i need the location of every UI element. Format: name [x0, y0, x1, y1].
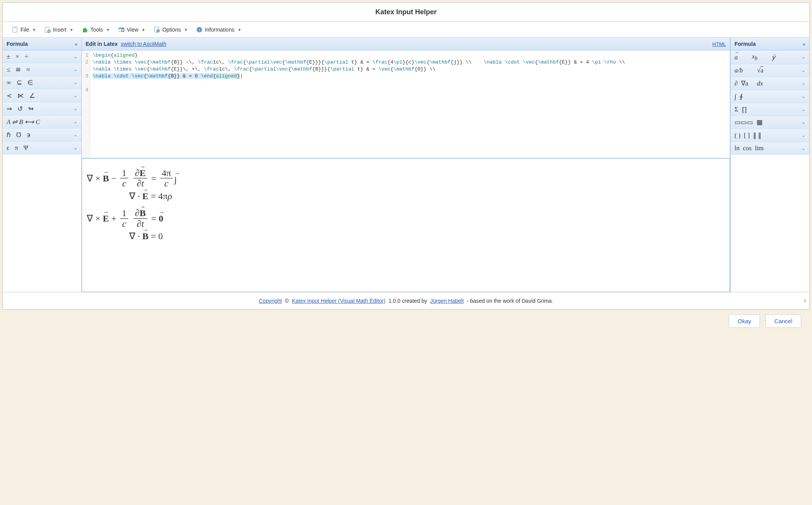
caret-icon: ▼	[106, 28, 110, 32]
symbol-category-row[interactable]: ℏ℧϶⌄	[3, 129, 81, 142]
chevron-down-icon: ⌄	[74, 106, 77, 112]
file-icon	[12, 27, 18, 33]
symbol-category-row[interactable]: A ⇌ B ⟷ C⌄	[3, 116, 81, 129]
symbol-category-row[interactable]: a/b √a⌄	[731, 64, 809, 77]
center-panel: Edit in Latex switch to AsciiMath HTML 1…	[82, 38, 730, 292]
dialog-button-row: Okay Cancel	[2, 310, 810, 329]
info-icon: i	[196, 27, 202, 33]
symbol-category-row[interactable]: ⇒↺↬⌄	[3, 102, 81, 116]
caret-icon: ▼	[32, 28, 36, 32]
symbol-category-row[interactable]: επΨ⌄	[3, 142, 81, 154]
svg-point-10	[158, 30, 159, 32]
left-panel-title: Formula	[7, 41, 28, 47]
menu-tools[interactable]: Tools ▼	[79, 25, 113, 34]
menu-informations-label: Informations	[205, 27, 234, 33]
ok-button[interactable]: Okay	[729, 314, 760, 328]
chevron-down-icon: ⌄	[802, 119, 805, 125]
chevron-down-icon: ⌄	[802, 107, 805, 112]
chevron-down-icon: ⌄	[802, 54, 805, 60]
menu-options[interactable]: Options ▼	[151, 25, 191, 34]
caret-icon: ▼	[69, 28, 73, 32]
center-panel-title: Edit in Latex	[86, 41, 118, 47]
caret-icon: ▼	[184, 28, 188, 32]
left-symbol-list: ±×÷⌄≤≅≈⌄∞⊆∈⌄≺⋉∠⌄⇒↺↬⌄A ⇌ B ⟷ C⌄ℏ℧϶⌄επΨ⌄	[3, 50, 81, 292]
symbol-category-row[interactable]: Σ ∏⌄	[731, 103, 809, 116]
symbol-category-row[interactable]: ≤≅≈⌄	[3, 63, 81, 76]
version-text: 1.0.0 created by	[388, 298, 427, 304]
menu-file[interactable]: File ▼	[9, 25, 39, 34]
content-area: Formula « ±×÷⌄≤≅≈⌄∞⊆∈⌄≺⋉∠⌄⇒↺↬⌄A ⇌ B ⟷ C⌄…	[3, 38, 809, 292]
view-icon	[118, 27, 125, 33]
right-symbol-list: a xb ẏ⌄a/b √a⌄∂ ∇a dx⌄∫ ∮⌄Σ ∏⌄▭▭▭ ▦⌄( ) …	[731, 50, 809, 292]
chevron-down-icon: ⌄	[74, 145, 77, 151]
resize-handle-icon[interactable]: ⇕	[803, 298, 807, 304]
chevron-down-icon: ⌄	[74, 80, 77, 86]
copyright-link[interactable]: Copyright	[259, 298, 282, 304]
svg-rect-5	[119, 28, 124, 29]
code-editor[interactable]: 1234 \begin{aligned}\nabla \times \vec{\…	[82, 50, 730, 158]
puzzle-icon	[82, 27, 88, 33]
right-panel-title: Formula	[735, 41, 756, 47]
chevron-down-icon: ⌄	[802, 81, 805, 86]
editor-gutter: 1234	[82, 50, 90, 158]
symbol-category-row[interactable]: a xb ẏ⌄	[731, 50, 809, 64]
options-icon	[154, 27, 160, 33]
menu-insert-label: Insert	[53, 27, 66, 33]
menu-options-label: Options	[162, 27, 181, 33]
menubar: File ▼ Insert ▼ Tools ▼ View ▼ Options ▼…	[3, 22, 809, 38]
symbol-category-row[interactable]: ±×÷⌄	[3, 50, 81, 63]
menu-view[interactable]: View ▼	[115, 25, 148, 34]
caret-icon: ▼	[142, 28, 145, 32]
left-formula-panel: Formula « ±×÷⌄≤≅≈⌄∞⊆∈⌄≺⋉∠⌄⇒↺↬⌄A ⇌ B ⟷ C⌄…	[3, 38, 82, 292]
switch-asciimath-link[interactable]: switch to AsciiMath	[121, 41, 166, 47]
copyright-symbol: ©	[285, 298, 289, 304]
menu-view-label: View	[127, 27, 138, 33]
footer-tail: - based on the work of David Grima.	[467, 298, 553, 304]
menu-tools-label: Tools	[90, 27, 103, 33]
app-name-link[interactable]: Katex Input Helper (Visual Math Editor)	[292, 298, 386, 304]
symbol-category-row[interactable]: ▭▭▭ ▦⌄	[731, 116, 809, 129]
chevron-down-icon: ⌄	[74, 119, 77, 125]
symbol-category-row[interactable]: ∂ ∇a dx⌄	[731, 77, 809, 90]
footer: Copyright © Katex Input Helper (Visual M…	[3, 292, 809, 309]
chevron-down-icon: ⌄	[74, 93, 77, 99]
window-title: Katex Input Helper	[3, 3, 809, 22]
menu-insert[interactable]: Insert ▼	[41, 25, 76, 34]
symbol-category-row[interactable]: ≺⋉∠⌄	[3, 89, 81, 102]
collapse-right-icon[interactable]: »	[803, 41, 805, 47]
formula-preview: ∇ × B − 1c ∂E∂t = 4πc j ∇ · E = 4πρ ∇ × …	[82, 158, 730, 292]
svg-text:i: i	[199, 27, 200, 32]
chevron-down-icon: ⌄	[802, 94, 805, 99]
symbol-category-row[interactable]: ln cos lim⌄	[731, 142, 809, 155]
menu-file-label: File	[20, 27, 29, 33]
author-link[interactable]: Jürgen Habelt	[430, 298, 464, 304]
symbol-category-row[interactable]: ( ) [ ] ‖ ‖⌄	[731, 129, 809, 142]
chevron-down-icon: ⌄	[74, 54, 77, 60]
symbol-category-row[interactable]: ∫ ∮⌄	[731, 90, 809, 103]
menu-informations[interactable]: i Informations ▼	[193, 25, 244, 34]
chevron-down-icon: ⌄	[802, 133, 805, 138]
chevron-down-icon: ⌄	[74, 132, 77, 138]
svg-rect-1	[13, 27, 17, 28]
cancel-button[interactable]: Cancel	[765, 314, 801, 328]
chevron-down-icon: ⌄	[802, 68, 805, 74]
symbol-category-row[interactable]: ∞⊆∈⌄	[3, 76, 81, 89]
chevron-down-icon: ⌄	[802, 146, 805, 151]
collapse-left-icon[interactable]: «	[75, 41, 77, 47]
right-formula-panel: Formula » a xb ẏ⌄a/b √a⌄∂ ∇a dx⌄∫ ∮⌄Σ ∏⌄…	[730, 38, 809, 292]
editor-code[interactable]: \begin{aligned}\nabla \times \vec{\mathb…	[90, 50, 730, 158]
html-link[interactable]: HTML	[713, 41, 726, 47]
caret-icon: ▼	[238, 28, 241, 32]
chevron-down-icon: ⌄	[74, 67, 77, 72]
insert-icon	[44, 27, 51, 33]
dialog-window: Katex Input Helper File ▼ Insert ▼ Tools…	[2, 2, 810, 310]
